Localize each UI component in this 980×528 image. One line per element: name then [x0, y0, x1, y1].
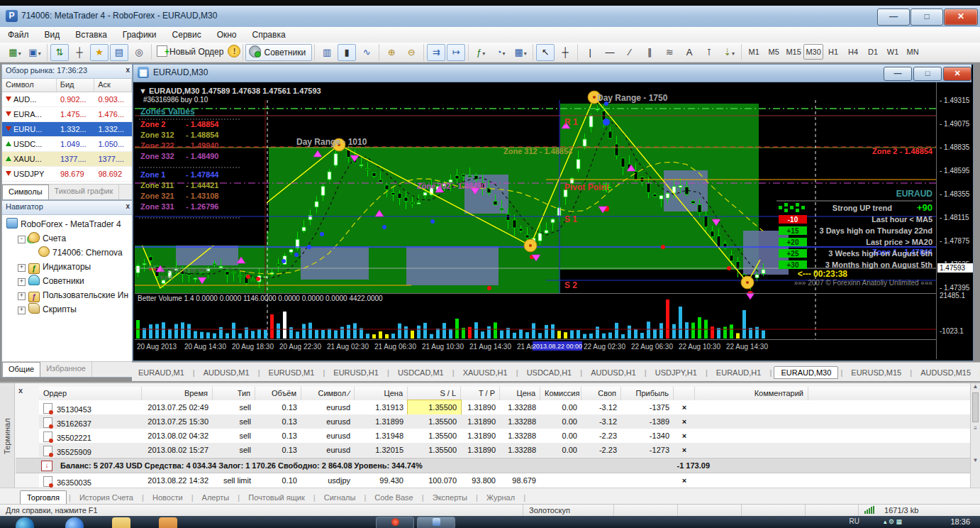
timeframe-MN[interactable]: MN: [903, 44, 923, 60]
tree-expander-icon[interactable]: +: [18, 307, 26, 314]
market-watch-col-Символ[interactable]: Символ: [2, 79, 57, 92]
maximize-button[interactable]: □: [911, 9, 943, 26]
start-button[interactable]: [16, 517, 34, 528]
column-header-empty[interactable]: [674, 387, 695, 400]
menu-Вставка[interactable]: Вставка: [67, 27, 115, 40]
profiles-button[interactable]: ▣▾: [26, 44, 44, 61]
tree-expander-icon[interactable]: +: [18, 264, 26, 272]
order-row-35130453[interactable]: 351304532013.07.25 02:49sell0.13eurusd1.…: [39, 400, 971, 414]
order-row-35502221[interactable]: 355022212013.08.02 04:32sell0.13eurusd1.…: [39, 429, 971, 443]
navigator-item-714006: Chernova[interactable]: 714006: Chernova: [5, 246, 132, 260]
column-header-Комментарий[interactable]: Комментарий: [695, 387, 808, 400]
chart-maximize-button[interactable]: □: [913, 67, 942, 81]
column-header-Символ ∕[interactable]: Символ ∕: [301, 387, 355, 400]
navigator-item-Счета[interactable]: -Счета: [5, 231, 132, 246]
column-header-S / L[interactable]: S / L: [408, 387, 461, 400]
horizontal-line-button[interactable]: —: [601, 44, 619, 61]
market-watch-close-icon[interactable]: x: [126, 66, 130, 74]
indicators-button[interactable]: ƒ▾: [472, 44, 490, 61]
taskbar-image-icon[interactable]: [159, 517, 177, 528]
taskbar-browser-icon[interactable]: [65, 517, 84, 528]
timeframe-M5[interactable]: M5: [764, 44, 784, 60]
navigator-item-Советники[interactable]: +Советники: [5, 274, 132, 288]
close-order-icon[interactable]: ×: [674, 473, 695, 488]
order-row-35162637[interactable]: 351626372013.07.25 15:30sell0.13eurusd1.…: [39, 414, 971, 429]
autoscroll-button[interactable]: ⇉: [427, 44, 445, 61]
menu-Вид[interactable]: Вид: [37, 27, 68, 40]
bar-chart-button[interactable]: ▥: [318, 44, 336, 61]
data-window-button[interactable]: ┼: [70, 44, 89, 61]
tree-expander-icon[interactable]: +: [18, 292, 26, 300]
text-button[interactable]: A: [680, 44, 698, 61]
market-watch-col-Бид[interactable]: Бид: [57, 79, 95, 92]
market-watch-title[interactable]: Обзор рынка: 17:36:23 x: [2, 65, 132, 79]
close-order-icon[interactable]: ×: [674, 443, 695, 457]
navigator-item-Индикаторы[interactable]: +ƒИндикаторы: [5, 260, 132, 274]
column-header-Цена[interactable]: Цена: [500, 387, 540, 400]
experts-button[interactable]: Советники: [245, 44, 312, 61]
candlestick-button[interactable]: ▮: [338, 44, 356, 61]
symbol-row-AUD...[interactable]: AUD...0.902...0.903...: [2, 92, 132, 107]
close-order-icon[interactable]: ×: [674, 400, 695, 414]
terminal-tab-Эксперты[interactable]: Эксперты: [426, 491, 474, 504]
trendline-button[interactable]: ∕: [620, 44, 639, 61]
taskbar-app-gear[interactable]: [376, 517, 414, 528]
vertical-line-button[interactable]: |: [581, 44, 599, 61]
terminal-tab-Code Base[interactable]: Code Base: [368, 491, 419, 504]
chart-canvas[interactable]: ▼ EURAUD,M30 1.47589 1.47638 1.47561 1.4…: [135, 82, 936, 359]
tray-icons[interactable]: ▴ ⚙ ▦: [884, 518, 902, 525]
channel-button[interactable]: ∥: [640, 44, 659, 61]
zoom-out-button[interactable]: ⊖: [402, 44, 421, 61]
chart-plot-area[interactable]: ▼ EURAUD,M30 1.47589 1.47638 1.47561 1.4…: [135, 82, 936, 359]
column-header-Цена[interactable]: Цена: [355, 387, 408, 400]
navigator-item-Пользовательские Ин[interactable]: +ƒПользовательские Ин: [5, 288, 132, 302]
terminal-toggle[interactable]: ▤: [110, 44, 128, 61]
zoom-in-button[interactable]: ⊕: [382, 44, 401, 61]
close-button[interactable]: ✕: [944, 9, 978, 26]
menu-Сервис[interactable]: Сервис: [165, 27, 209, 40]
templates-button[interactable]: ▦▾: [511, 44, 530, 61]
chart-window-titlebar[interactable]: ▦ EURAUD,M30 — □ ✕: [133, 65, 971, 82]
strategy-tester-button[interactable]: ◎: [130, 44, 148, 61]
chart-tab-EURUSD,M15[interactable]: EURUSD,M15: [845, 367, 908, 378]
column-header-Тип[interactable]: Тип: [213, 387, 255, 400]
navigator-tab-Избранное[interactable]: Избранное: [40, 362, 92, 377]
chart-tab-EURAUD,H1[interactable]: EURAUD,H1: [710, 367, 768, 378]
navigator-title[interactable]: Навигатор x: [2, 201, 132, 215]
timeframe-M30[interactable]: M30: [803, 44, 823, 60]
terminal-tab-Торговля[interactable]: Торговля: [20, 490, 67, 504]
timeframe-W1[interactable]: W1: [883, 44, 903, 60]
menu-Окно[interactable]: Окно: [209, 27, 245, 40]
close-order-icon[interactable]: ×: [674, 429, 695, 443]
chart-tab-EURAUD,M30[interactable]: EURAUD,M30: [774, 366, 838, 379]
chart-tab-AUDUSD,H1[interactable]: AUDUSD,H1: [584, 367, 642, 378]
chart-tab-USDJPY,H1[interactable]: USDJPY,H1: [649, 367, 703, 378]
crosshair-button[interactable]: ┼: [556, 44, 574, 61]
periods-button[interactable]: ◔▾: [491, 44, 510, 61]
timeframe-H1[interactable]: H1: [823, 44, 843, 60]
timeframe-M1[interactable]: M1: [744, 44, 764, 60]
terminal-tab-Новости[interactable]: Новости: [146, 491, 189, 504]
column-header-Прибыль[interactable]: Прибыль: [621, 387, 674, 400]
minimize-button[interactable]: —: [877, 9, 910, 26]
line-chart-button[interactable]: ∿: [357, 44, 376, 61]
chart-tab-EURUSD,M1[interactable]: EURUSD,M1: [262, 367, 321, 378]
column-header-empty[interactable]: [808, 387, 971, 400]
market-watch-tab-Тиковый график[interactable]: Тиковый график: [49, 185, 120, 199]
terminal-close-icon[interactable]: x: [18, 386, 23, 395]
symbol-row-EURU...[interactable]: EURU...1.332...1.332...: [2, 122, 132, 137]
new-order-button[interactable]: Новый Ордер: [154, 44, 228, 60]
title-bar[interactable]: P 714006: MetaTrader 4 - RoboForex - EUR…: [0, 6, 980, 28]
chart-tab-XAUUSD,H1[interactable]: XAUUSD,H1: [457, 367, 514, 378]
menu-Справка[interactable]: Справка: [245, 27, 294, 40]
taskbar-clock[interactable]: 18:36: [950, 517, 970, 526]
navigator-toggle[interactable]: ★: [90, 44, 108, 61]
terminal-tab-Алерты[interactable]: Алерты: [196, 491, 236, 504]
symbol-row-EURA...[interactable]: EURA...1.475...1.476...: [2, 107, 132, 122]
chart-tab-AUDUSD,M1[interactable]: AUDUSD,M1: [197, 367, 256, 378]
alert-warning-icon[interactable]: !: [228, 45, 240, 57]
column-header-T / P[interactable]: T / P: [461, 387, 500, 400]
pending-order-row[interactable]: 363500352013.08.22 14:32sell limit0.10us…: [39, 473, 971, 488]
chart-close-button[interactable]: ✕: [943, 67, 971, 81]
terminal-tab-История Счета[interactable]: История Счета: [73, 491, 140, 504]
